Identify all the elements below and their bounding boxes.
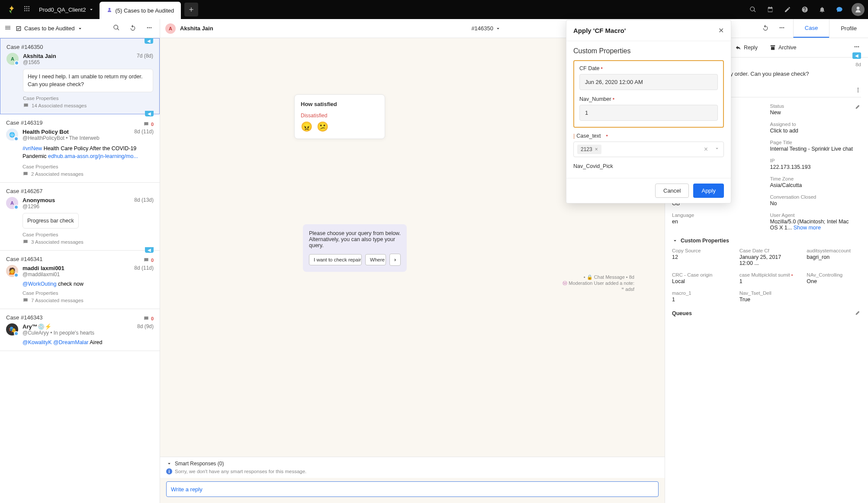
property-value[interactable]: 122.173.135.193 <box>770 164 855 170</box>
svg-point-8 <box>28 10 29 11</box>
case-properties-link[interactable]: Case Properties <box>23 96 153 101</box>
property: Assigned toClick to add <box>770 122 855 134</box>
more-icon[interactable] <box>850 42 864 54</box>
tab-case[interactable]: Case <box>793 19 829 38</box>
hamburger-icon[interactable] <box>4 24 11 33</box>
case-text-input[interactable]: 2123× × <box>573 142 724 157</box>
property-value[interactable]: Asia/Calcutta <box>770 182 855 188</box>
reply-count: 0 <box>143 257 154 263</box>
avatar: 🌐 <box>6 129 18 141</box>
case-properties-link[interactable]: Case Properties <box>23 164 154 169</box>
queues-header[interactable]: Queues <box>672 310 861 317</box>
apply-button[interactable]: Apply <box>693 184 724 198</box>
edit-icon[interactable] <box>783 5 792 14</box>
case-card[interactable]: Case #146343 0 🎭 Ary™💿⚡ @CuleAryy • In p… <box>0 309 160 351</box>
clear-icon[interactable]: × <box>704 145 708 153</box>
browser-tab[interactable]: (5) Cases to be Audited <box>100 2 181 19</box>
case-card[interactable]: ◀ Case #146341 0 🙍 maddi laxmi001 @maddi… <box>0 251 160 309</box>
archive-icon <box>770 45 776 51</box>
edit-icon[interactable] <box>855 310 861 317</box>
property-value[interactable]: Mozilla/5.0 (Macintosh; Intel Mac OS X 1… <box>770 219 855 231</box>
highlighted-fields: CF Date• Nav_Number• <box>573 60 724 128</box>
more-icon[interactable] <box>778 24 785 33</box>
associated-messages[interactable]: 3 Associated messages <box>23 239 154 245</box>
avatar: A <box>165 23 176 34</box>
cf-date-input[interactable] <box>579 74 718 90</box>
remove-icon[interactable]: × <box>595 146 598 152</box>
property-value[interactable]: One <box>807 278 861 284</box>
property-label: Status <box>770 103 855 109</box>
case-properties-link[interactable]: Case Properties <box>23 290 154 296</box>
emoji-sad[interactable]: 😕 <box>317 121 328 132</box>
search-icon[interactable] <box>749 5 757 14</box>
property-label: auditsystemaccount <box>807 248 861 253</box>
svg-point-11 <box>151 27 152 28</box>
profile-avatar[interactable] <box>852 3 865 16</box>
workspace-switcher[interactable]: Prod0_QA_Client2 <box>34 6 100 13</box>
smart-responses-toggle[interactable]: Smart Responses (0) <box>166 461 659 467</box>
property-value[interactable]: No <box>770 200 855 206</box>
contact-handle: @1565 <box>23 59 132 65</box>
reply-button[interactable]: Reply <box>730 42 763 53</box>
associated-messages[interactable]: 14 Associated messages <box>23 103 153 109</box>
case-card[interactable]: ◀ Case #146319 0 🌐 Health Policy Bot @He… <box>0 114 160 182</box>
associated-messages[interactable]: 7 Associated messages <box>23 297 154 303</box>
property-value[interactable]: Click to add <box>770 128 855 134</box>
svg-point-13 <box>781 27 782 28</box>
property-value[interactable]: January 25, 2017 12:00 ... <box>739 254 794 266</box>
property: auditsystemaccountbagri_ron <box>807 248 861 266</box>
case-card[interactable]: ◀ Case #146350 A Akshita Jain @1565 7d (… <box>0 38 160 114</box>
property-value[interactable]: en <box>672 219 757 225</box>
refresh-icon[interactable] <box>129 24 136 33</box>
apps-grid-icon[interactable] <box>23 5 30 14</box>
property-value[interactable]: bagri_ron <box>807 254 861 260</box>
case-id-dropdown[interactable]: #146350 <box>471 25 501 32</box>
property-value[interactable]: Local <box>672 278 727 284</box>
reply-input[interactable] <box>171 486 654 493</box>
help-icon[interactable] <box>800 5 809 14</box>
property-value[interactable]: 1 <box>739 278 794 284</box>
associated-messages[interactable]: 2 Associated messages <box>23 171 154 177</box>
tab-profile[interactable]: Profile <box>829 19 868 38</box>
property-value[interactable]: 1 <box>672 297 727 303</box>
quick-reply-button[interactable]: I want to check repair status. <box>309 254 362 265</box>
property-value[interactable]: New <box>770 110 855 116</box>
quick-reply-button[interactable]: Where is t <box>365 254 386 265</box>
calendar-icon[interactable] <box>766 5 775 14</box>
field-label: CF Date• <box>579 65 718 71</box>
archive-button[interactable]: Archive <box>765 42 802 53</box>
nav-number-input[interactable] <box>579 105 718 121</box>
refresh-icon[interactable] <box>762 24 769 33</box>
more-icon[interactable] <box>146 24 153 33</box>
chevron-down-icon[interactable] <box>714 145 720 153</box>
queue-selector[interactable]: Cases to be Audited <box>16 25 83 32</box>
more-vertical-icon[interactable] <box>855 87 861 94</box>
property-label: Case Date Cf <box>739 248 794 253</box>
edit-icon[interactable] <box>855 103 861 111</box>
case-card[interactable]: Case #146267 A Anonymous @1296 8d (13d) … <box>0 183 160 251</box>
message-preview: Hey I need help. I am unable to return m… <box>23 69 153 92</box>
property: NAv_ControllingOne <box>807 272 861 284</box>
property-label: Conversation Closed <box>770 194 855 200</box>
bell-icon[interactable] <box>818 5 826 14</box>
next-button[interactable]: › <box>389 254 401 266</box>
add-tab-button[interactable] <box>184 3 198 16</box>
contact-handle: @HealthPolicyBot • The Interweb <box>23 135 130 141</box>
cancel-button[interactable]: Cancel <box>655 184 689 198</box>
case-properties-link[interactable]: Case Properties <box>23 232 154 237</box>
property-value[interactable]: 12 <box>672 254 727 260</box>
close-icon[interactable]: ✕ <box>718 26 724 35</box>
property-value[interactable]: Internal Testing - Sprinklr Live chat <box>770 146 855 152</box>
reply-input-wrapper[interactable] <box>166 481 659 497</box>
emoji-angry[interactable]: 😠 <box>301 121 312 132</box>
contact-handle: @1296 <box>23 203 130 210</box>
info-icon: i <box>166 468 172 474</box>
property: CRC - Case originLocal <box>672 272 727 284</box>
chat-icon[interactable] <box>835 5 844 14</box>
property-value[interactable]: True <box>739 297 794 303</box>
pill: 2123× <box>577 145 601 154</box>
custom-properties-header[interactable]: Custom Properties <box>672 238 861 244</box>
workspace-name: Prod0_QA_Client2 <box>39 6 86 13</box>
moderation-icon: Ⓜ <box>563 281 567 286</box>
search-icon[interactable] <box>113 24 120 33</box>
